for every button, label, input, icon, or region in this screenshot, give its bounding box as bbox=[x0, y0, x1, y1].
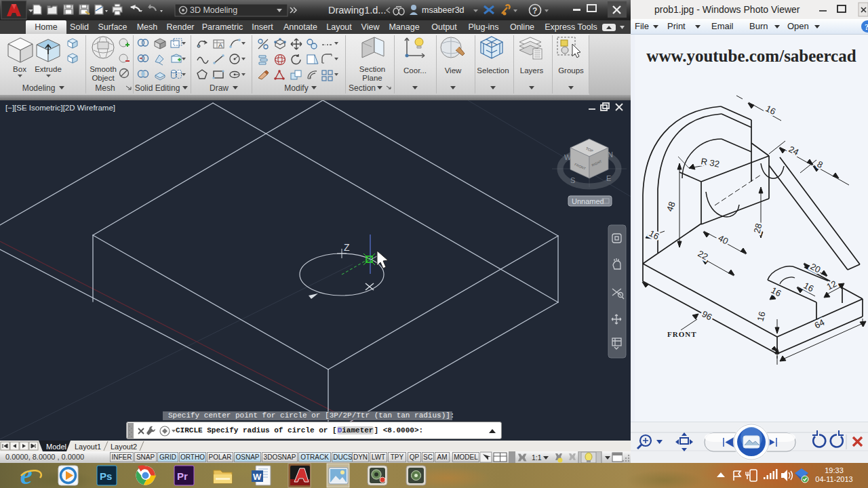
svg-text:A: A bbox=[218, 42, 222, 49]
svg-text:Ps: Ps bbox=[100, 470, 112, 482]
svg-text:Unnamed: Unnamed bbox=[572, 197, 604, 205]
svg-text:View: View bbox=[445, 66, 462, 75]
svg-text:Box: Box bbox=[13, 65, 26, 73]
svg-text:3D Modeling: 3D Modeling bbox=[190, 5, 237, 15]
svg-text:Plane: Plane bbox=[362, 74, 382, 82]
svg-text:16: 16 bbox=[802, 280, 816, 293]
svg-text:Selection: Selection bbox=[477, 66, 509, 75]
svg-text:S: S bbox=[570, 176, 575, 184]
svg-text:96: 96 bbox=[701, 308, 714, 322]
svg-text:Section: Section bbox=[359, 65, 385, 73]
svg-text:msabeer3d: msabeer3d bbox=[422, 5, 465, 15]
svg-text:Object: Object bbox=[92, 74, 115, 82]
svg-text:Layers: Layers bbox=[520, 66, 544, 75]
svg-text:16: 16 bbox=[755, 310, 767, 323]
svg-text:24: 24 bbox=[787, 144, 801, 157]
svg-text:Smooth: Smooth bbox=[90, 65, 117, 73]
svg-text:Drawing1.d...: Drawing1.d... bbox=[328, 5, 386, 16]
svg-text:W: W bbox=[253, 472, 262, 482]
svg-text:R 32: R 32 bbox=[700, 156, 720, 169]
svg-text:22: 22 bbox=[696, 248, 710, 262]
svg-text:Coor...: Coor... bbox=[403, 66, 427, 75]
svg-text:Solid Editing: Solid Editing bbox=[135, 83, 180, 93]
svg-text:Modeling: Modeling bbox=[22, 83, 56, 93]
svg-text:Modify: Modify bbox=[284, 83, 308, 93]
svg-text:16: 16 bbox=[764, 103, 778, 117]
svg-text:Layout2: Layout2 bbox=[111, 443, 137, 451]
svg-text:?: ? bbox=[532, 6, 537, 16]
svg-text:Groups: Groups bbox=[558, 66, 584, 75]
svg-text:16: 16 bbox=[648, 228, 661, 241]
svg-text:Layout1: Layout1 bbox=[75, 443, 101, 451]
svg-text:Mesh: Mesh bbox=[95, 83, 115, 93]
svg-text:Draw: Draw bbox=[210, 83, 229, 93]
svg-text:FRONT: FRONT bbox=[667, 330, 697, 338]
svg-text:8: 8 bbox=[816, 159, 825, 170]
svg-text:1:1: 1:1 bbox=[532, 453, 542, 462]
svg-text:64: 64 bbox=[813, 317, 827, 331]
svg-text:E: E bbox=[606, 174, 611, 182]
svg-text:48: 48 bbox=[665, 200, 677, 213]
svg-text:?: ? bbox=[865, 22, 868, 32]
svg-text:Section: Section bbox=[349, 83, 376, 93]
svg-text:Pr: Pr bbox=[177, 470, 188, 482]
svg-text:Z: Z bbox=[344, 242, 350, 253]
svg-text:Model: Model bbox=[46, 443, 66, 451]
svg-text:Extrude: Extrude bbox=[35, 65, 62, 73]
